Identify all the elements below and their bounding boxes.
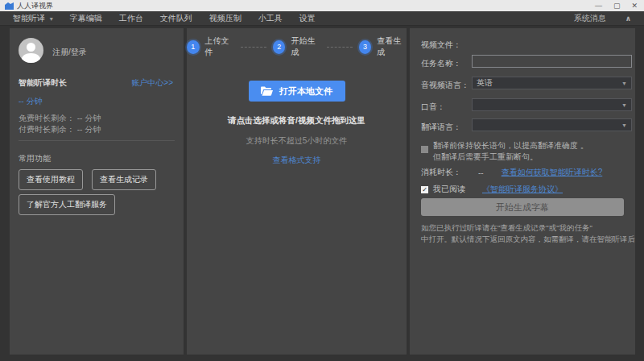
- chevron-up-icon[interactable]: ∧: [625, 15, 631, 23]
- free-quota-value: -- 分钟: [77, 114, 101, 122]
- menu-item-video-encode[interactable]: 视频压制: [209, 13, 242, 24]
- service-agreement-link[interactable]: 《智能听译服务协议》: [482, 184, 563, 195]
- drop-hint-main: 请点击选择或将音/视频文件拖到这里: [187, 115, 407, 127]
- task-name-input[interactable]: [472, 55, 632, 68]
- audio-language-value: 英语: [477, 77, 493, 89]
- human-translation-button[interactable]: 了解官方人工翻译服务: [19, 194, 115, 215]
- keep-text-line2: 但翻译后需要手工重新断句。: [433, 151, 588, 163]
- menu-item-tools[interactable]: 小工具: [258, 13, 283, 24]
- open-local-file-button[interactable]: 打开本地文件: [249, 81, 345, 102]
- menu-item-workbench[interactable]: 工作台: [119, 13, 143, 24]
- start-generate-subtitles-button[interactable]: 开始生成字幕: [421, 198, 624, 216]
- duration-title: 智能听译时长: [19, 77, 67, 89]
- step-connector: [241, 47, 266, 48]
- common-buttons-row2: 了解官方人工翻译服务: [19, 194, 115, 215]
- step-indicator: 1 上传文件 2 开始生成 3 查看生成: [187, 35, 407, 58]
- agreement-row: ✓ 我已阅读 《智能听译服务协议》: [421, 184, 563, 195]
- account-center-link[interactable]: 账户中心>>: [131, 77, 173, 89]
- avatar[interactable]: [19, 38, 43, 63]
- video-file-label: 视频文件：: [421, 39, 461, 51]
- keep-long-sentence-checkbox[interactable]: [421, 146, 428, 153]
- step-2-circle: 2: [273, 40, 286, 54]
- agreement-checkbox[interactable]: ✓: [421, 186, 428, 193]
- task-name-label: 任务名称：: [421, 58, 461, 69]
- format-support-link[interactable]: 查看格式支持: [273, 156, 321, 164]
- step-1-circle: 1: [187, 40, 200, 54]
- chevron-down-icon: ▼: [621, 81, 627, 86]
- accent-label: 口音：: [421, 102, 445, 113]
- consume-duration-row: 消耗时长： -- 查看如何获取智能听译时长?: [421, 167, 602, 178]
- drop-hint-duration: 支持时长不超过5小时的文件: [187, 135, 407, 147]
- step-1-label: 上传文件: [205, 35, 235, 58]
- step-view: 3 查看生成: [359, 35, 407, 58]
- chevron-down-icon: ▼: [621, 102, 627, 108]
- agreement-read-label: 我已阅读: [433, 184, 465, 195]
- menu-item-settings[interactable]: 设置: [299, 13, 316, 24]
- bottom-note: 如您已执行过听译请在"查看生成记录"或"我的任务" 中打开。默认情况下返回原文内…: [421, 222, 635, 245]
- account-panel: 注册/登录 智能听译时长 账户中心>> -- 分钟 免费时长剩余： -- 分钟 …: [10, 28, 184, 355]
- keep-long-sentence-text: 翻译前保持较长语句，以提高翻译准确度 。 但翻译后需要手工重新断句。: [433, 140, 588, 163]
- menu-item-label: 智能听译: [13, 14, 45, 23]
- consume-duration-value: --: [478, 168, 484, 177]
- menubar-right: 系统消息 ∧: [574, 13, 631, 24]
- common-functions-title: 常用功能: [19, 153, 51, 164]
- system-messages-link[interactable]: 系统消息: [574, 13, 606, 24]
- view-tutorial-button[interactable]: 查看使用教程: [19, 169, 83, 190]
- target-language-select[interactable]: ▼: [472, 118, 632, 131]
- step-generate: 2 开始生成: [273, 35, 320, 58]
- folder-icon: [261, 86, 273, 96]
- keep-long-sentence-option: 翻译前保持较长语句，以提高翻译准确度 。 但翻译后需要手工重新断句。: [421, 140, 588, 163]
- target-language-label: 翻译语言：: [421, 122, 461, 133]
- task-settings-panel: 视频文件： 任务名称： 音视频语言： 英语 ▼ 口音： ▼ 翻译语言： ▼ 翻译…: [410, 28, 635, 355]
- format-support-row: 查看格式支持: [187, 155, 407, 166]
- step-3-circle: 3: [359, 40, 372, 54]
- audio-language-label: 音视频语言：: [421, 80, 469, 91]
- maximize-icon[interactable]: ▢: [613, 0, 621, 11]
- menu-item-file-queue[interactable]: 文件队列: [160, 13, 192, 24]
- duration-header: 智能听译时长 账户中心>>: [19, 77, 173, 89]
- menu-item-smart-transcribe[interactable]: 智能听译 ▾: [13, 13, 53, 24]
- app-icon: [5, 2, 14, 10]
- paid-quota-value: -- 分钟: [77, 125, 101, 134]
- login-register-link[interactable]: 注册/登录: [52, 47, 87, 58]
- paid-quota-row: 付费时长剩余： -- 分钟: [19, 124, 101, 135]
- audio-language-select[interactable]: 英语 ▼: [472, 77, 632, 89]
- minimize-icon[interactable]: —: [595, 0, 602, 11]
- how-to-get-minutes-link[interactable]: 查看如何获取智能听译时长?: [502, 167, 603, 178]
- close-icon[interactable]: ✕: [631, 0, 638, 11]
- step-connector: [327, 47, 353, 48]
- chevron-down-icon: ▾: [50, 15, 53, 23]
- step-3-label: 查看生成: [377, 35, 407, 58]
- step-2-label: 开始生成: [291, 35, 320, 58]
- window-controls: — ▢ ✕: [595, 0, 639, 11]
- note-line2: 中打开。默认情况下返回原文内容，如需翻译，请在智能听译后点击"一键翻译: [421, 234, 635, 245]
- menubar: 智能听译 ▾ 字幕编辑 工作台 文件队列 视频压制 小工具 设置 系统消息 ∧: [0, 11, 644, 26]
- quota-rows: 免费时长剩余： -- 分钟 付费时长剩余： -- 分钟: [19, 113, 101, 135]
- accent-select[interactable]: ▼: [472, 98, 632, 111]
- chevron-down-icon: ▼: [621, 122, 627, 128]
- upload-panel: 1 上传文件 2 开始生成 3 查看生成 打开本地文件 请点击选择或将音/视频文…: [187, 28, 407, 355]
- divider: [19, 140, 175, 141]
- free-quota-label: 免费时长剩余：: [19, 114, 75, 122]
- consume-duration-label: 消耗时长：: [421, 167, 461, 178]
- step-upload: 1 上传文件: [187, 35, 234, 58]
- view-records-button[interactable]: 查看生成记录: [92, 169, 156, 190]
- free-quota-row: 免费时长剩余： -- 分钟: [19, 113, 101, 124]
- total-minutes-value: -- 分钟: [19, 96, 42, 107]
- titlebar: 人人译视界 — ▢ ✕: [0, 0, 644, 11]
- app-title: 人人译视界: [17, 1, 53, 11]
- keep-text-line1: 翻译前保持较长语句，以提高翻译准确度 。: [433, 140, 588, 151]
- menu-item-subtitle-edit[interactable]: 字幕编辑: [70, 13, 102, 24]
- paid-quota-label: 付费时长剩余：: [19, 125, 75, 134]
- note-line1: 如您已执行过听译请在"查看生成记录"或"我的任务": [421, 222, 635, 234]
- common-buttons-row1: 查看使用教程 查看生成记录: [19, 169, 156, 190]
- open-local-file-label: 打开本地文件: [279, 85, 332, 98]
